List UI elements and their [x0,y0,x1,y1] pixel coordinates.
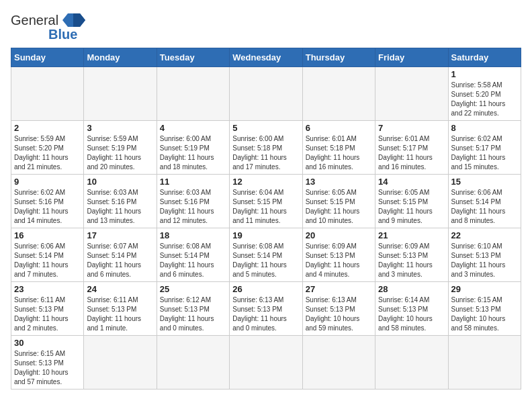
calendar-cell: 8Sunrise: 6:02 AM Sunset: 5:17 PM Daylig… [448,121,521,175]
calendar-cell: 20Sunrise: 6:09 AM Sunset: 5:13 PM Dayli… [302,228,375,282]
day-header-monday: Monday [84,48,157,67]
day-info: Sunrise: 6:04 AM Sunset: 5:15 PM Dayligh… [232,188,299,226]
day-info: Sunrise: 6:09 AM Sunset: 5:13 PM Dayligh… [306,242,372,279]
calendar-cell: 7Sunrise: 6:01 AM Sunset: 5:17 PM Daylig… [375,121,448,175]
calendar-cell: 13Sunrise: 6:05 AM Sunset: 5:15 PM Dayli… [302,175,375,228]
day-number: 27 [306,284,372,294]
day-header-thursday: Thursday [302,48,375,67]
logo-blue: Blue [48,27,77,42]
svg-marker-1 [73,13,85,27]
day-info: Sunrise: 5:59 AM Sunset: 5:20 PM Dayligh… [14,134,81,172]
day-info: Sunrise: 6:13 AM Sunset: 5:13 PM Dayligh… [232,295,299,333]
calendar-cell: 9Sunrise: 6:02 AM Sunset: 5:16 PM Daylig… [11,175,84,228]
calendar-cell [302,67,375,121]
day-info: Sunrise: 6:02 AM Sunset: 5:17 PM Dayligh… [451,134,518,172]
day-number: 15 [451,177,518,187]
day-info: Sunrise: 6:05 AM Sunset: 5:15 PM Dayligh… [306,188,372,226]
calendar-cell: 28Sunrise: 6:14 AM Sunset: 5:13 PM Dayli… [375,282,448,336]
calendar-week-row: 30Sunrise: 6:15 AM Sunset: 5:13 PM Dayli… [11,336,521,390]
day-number: 7 [378,123,445,133]
day-info: Sunrise: 6:13 AM Sunset: 5:13 PM Dayligh… [306,295,372,333]
day-number: 20 [306,230,372,240]
calendar-cell: 22Sunrise: 6:10 AM Sunset: 5:13 PM Dayli… [448,228,521,282]
day-info: Sunrise: 6:03 AM Sunset: 5:16 PM Dayligh… [87,188,153,226]
calendar-cell: 15Sunrise: 6:06 AM Sunset: 5:14 PM Dayli… [448,175,521,228]
calendar-cell: 4Sunrise: 6:00 AM Sunset: 5:19 PM Daylig… [157,121,229,175]
day-number: 14 [378,177,445,187]
day-number: 8 [451,123,518,133]
calendar-cell: 30Sunrise: 6:15 AM Sunset: 5:13 PM Dayli… [11,336,84,390]
calendar-cell: 14Sunrise: 6:05 AM Sunset: 5:15 PM Dayli… [375,175,448,228]
calendar-cell: 23Sunrise: 6:11 AM Sunset: 5:13 PM Dayli… [11,282,84,336]
calendar-cell: 3Sunrise: 5:59 AM Sunset: 5:19 PM Daylig… [84,121,157,175]
calendar-header-row: SundayMondayTuesdayWednesdayThursdayFrid… [11,48,521,67]
day-number: 12 [232,177,299,187]
day-number: 2 [14,123,81,133]
day-info: Sunrise: 6:12 AM Sunset: 5:13 PM Dayligh… [160,295,226,333]
calendar-week-row: 9Sunrise: 6:02 AM Sunset: 5:16 PM Daylig… [11,175,521,228]
calendar-cell [302,336,375,390]
calendar-cell: 1Sunrise: 5:58 AM Sunset: 5:20 PM Daylig… [448,67,521,121]
day-info: Sunrise: 6:01 AM Sunset: 5:18 PM Dayligh… [306,134,372,172]
day-number: 29 [451,284,518,294]
day-info: Sunrise: 6:06 AM Sunset: 5:14 PM Dayligh… [14,242,81,279]
day-info: Sunrise: 6:07 AM Sunset: 5:14 PM Dayligh… [87,242,153,279]
day-number: 10 [87,177,153,187]
day-info: Sunrise: 6:02 AM Sunset: 5:16 PM Dayligh… [14,188,81,226]
day-number: 6 [306,123,372,133]
day-info: Sunrise: 6:14 AM Sunset: 5:13 PM Dayligh… [378,295,445,333]
calendar-cell: 27Sunrise: 6:13 AM Sunset: 5:13 PM Dayli… [302,282,375,336]
day-number: 11 [160,177,226,187]
day-info: Sunrise: 6:01 AM Sunset: 5:17 PM Dayligh… [378,134,445,172]
day-info: Sunrise: 6:00 AM Sunset: 5:19 PM Dayligh… [160,134,226,172]
day-number: 26 [232,284,299,294]
day-number: 4 [160,123,226,133]
calendar-cell: 12Sunrise: 6:04 AM Sunset: 5:15 PM Dayli… [230,175,302,228]
calendar-cell [375,336,448,390]
day-number: 3 [87,123,153,133]
day-info: Sunrise: 6:15 AM Sunset: 5:13 PM Dayligh… [451,295,518,333]
day-info: Sunrise: 6:15 AM Sunset: 5:13 PM Dayligh… [14,349,81,387]
calendar-cell [157,67,229,121]
day-info: Sunrise: 6:05 AM Sunset: 5:15 PM Dayligh… [378,188,445,226]
day-info: Sunrise: 6:08 AM Sunset: 5:14 PM Dayligh… [160,242,226,279]
calendar-cell: 16Sunrise: 6:06 AM Sunset: 5:14 PM Dayli… [11,228,84,282]
day-info: Sunrise: 5:58 AM Sunset: 5:20 PM Dayligh… [451,81,518,118]
day-info: Sunrise: 6:06 AM Sunset: 5:14 PM Dayligh… [451,188,518,226]
calendar-cell [375,67,448,121]
day-info: Sunrise: 6:10 AM Sunset: 5:13 PM Dayligh… [451,242,518,279]
calendar-cell: 24Sunrise: 6:11 AM Sunset: 5:13 PM Dayli… [84,282,157,336]
day-info: Sunrise: 6:11 AM Sunset: 5:13 PM Dayligh… [14,295,81,333]
calendar-cell [84,336,157,390]
day-header-saturday: Saturday [448,48,521,67]
logo-general: General [11,13,58,28]
day-number: 13 [306,177,372,187]
calendar-cell: 10Sunrise: 6:03 AM Sunset: 5:16 PM Dayli… [84,175,157,228]
day-number: 23 [14,284,81,294]
day-number: 21 [378,230,445,240]
calendar-cell: 19Sunrise: 6:08 AM Sunset: 5:14 PM Dayli… [230,228,302,282]
calendar-cell: 6Sunrise: 6:01 AM Sunset: 5:18 PM Daylig… [302,121,375,175]
calendar-cell: 5Sunrise: 6:00 AM Sunset: 5:18 PM Daylig… [230,121,302,175]
day-number: 9 [14,177,81,187]
day-number: 30 [14,338,81,348]
day-number: 24 [87,284,153,294]
calendar-cell [11,67,84,121]
day-number: 17 [87,230,153,240]
day-header-wednesday: Wednesday [230,48,302,67]
calendar-cell: 2Sunrise: 5:59 AM Sunset: 5:20 PM Daylig… [11,121,84,175]
calendar-week-row: 23Sunrise: 6:11 AM Sunset: 5:13 PM Dayli… [11,282,521,336]
day-header-sunday: Sunday [11,48,84,67]
calendar-cell: 25Sunrise: 6:12 AM Sunset: 5:13 PM Dayli… [157,282,229,336]
day-number: 5 [232,123,299,133]
calendar-cell: 29Sunrise: 6:15 AM Sunset: 5:13 PM Dayli… [448,282,521,336]
day-number: 18 [160,230,226,240]
calendar-cell [157,336,229,390]
calendar-cell: 11Sunrise: 6:03 AM Sunset: 5:16 PM Dayli… [157,175,229,228]
calendar-week-row: 16Sunrise: 6:06 AM Sunset: 5:14 PM Dayli… [11,228,521,282]
header: General Blue [11,11,521,42]
calendar-cell [448,336,521,390]
day-info: Sunrise: 6:09 AM Sunset: 5:13 PM Dayligh… [378,242,445,279]
calendar-cell [84,67,157,121]
day-number: 1 [451,69,518,79]
